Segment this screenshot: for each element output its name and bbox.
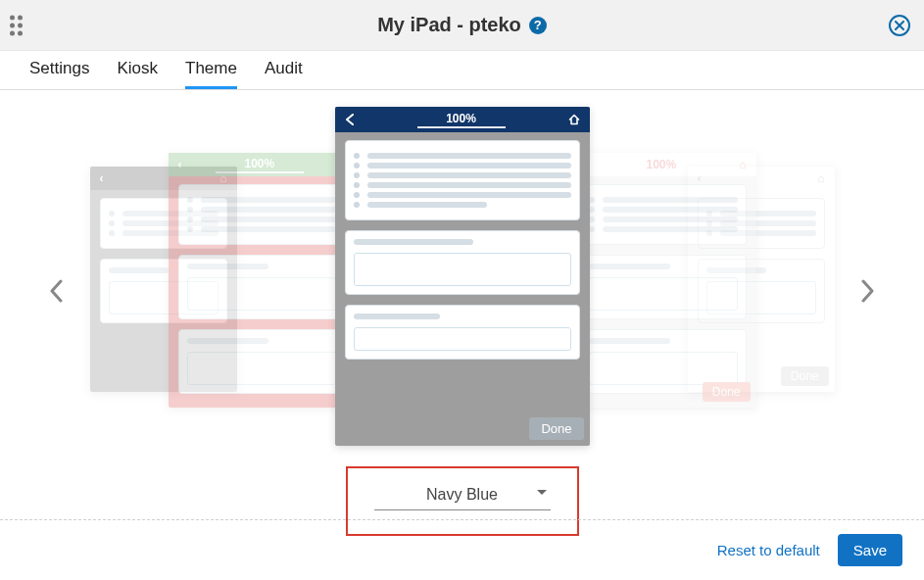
footer: Reset to default Save xyxy=(0,519,924,580)
chevron-left-icon xyxy=(49,279,63,303)
save-button[interactable]: Save xyxy=(838,534,902,566)
carousel-next[interactable] xyxy=(851,268,885,319)
tabs: Settings Kiosk Theme Audit xyxy=(0,51,924,90)
tab-kiosk[interactable]: Kiosk xyxy=(117,59,158,89)
page-title: My iPad - pteko ? xyxy=(377,14,547,36)
chevron-right-icon xyxy=(861,279,875,303)
reset-to-default-link[interactable]: Reset to default xyxy=(717,542,820,558)
done-label: Done xyxy=(781,366,829,386)
carousel-stage: ‹⌂ ‹100%⌂ ‹100%⌂ Done xyxy=(90,137,835,431)
done-label: Done xyxy=(529,417,583,440)
done-label: Done xyxy=(703,382,751,402)
page-title-text: My iPad - pteko xyxy=(377,14,521,36)
help-icon[interactable]: ? xyxy=(529,17,547,34)
carousel-prev[interactable] xyxy=(39,268,73,319)
theme-card[interactable]: ‹100%⌂ Done xyxy=(570,153,756,408)
theme-card-selected[interactable]: 100% Done xyxy=(335,107,590,446)
tab-audit[interactable]: Audit xyxy=(265,59,303,89)
header: My iPad - pteko ? xyxy=(0,0,924,51)
theme-select[interactable]: Navy Blue xyxy=(374,482,551,510)
theme-carousel: ‹⌂ ‹100%⌂ ‹100%⌂ Done xyxy=(0,98,924,490)
back-icon xyxy=(345,114,355,125)
drag-handle-icon[interactable] xyxy=(10,15,23,35)
progress-label: 100% xyxy=(446,112,476,125)
home-icon xyxy=(568,114,580,125)
tab-theme[interactable]: Theme xyxy=(185,59,237,89)
tab-settings[interactable]: Settings xyxy=(29,59,89,89)
progress-label: 100% xyxy=(647,158,677,171)
home-icon: ⌂ xyxy=(739,158,746,171)
progress-label: 100% xyxy=(245,157,275,170)
theme-select-value: Navy Blue xyxy=(426,486,498,504)
close-button[interactable] xyxy=(889,15,910,36)
theme-card[interactable]: ‹100%⌂ xyxy=(169,153,355,408)
caret-down-icon xyxy=(537,490,547,495)
preview-topbar: 100% xyxy=(335,107,590,132)
close-icon xyxy=(895,21,904,30)
